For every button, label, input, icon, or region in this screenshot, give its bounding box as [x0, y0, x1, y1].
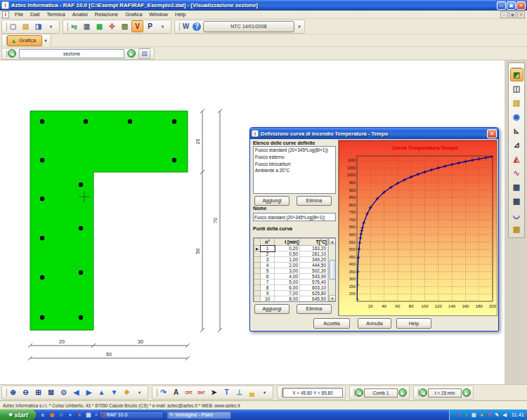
- row-selector-cell[interactable]: [254, 263, 261, 268]
- mdi-restore-button[interactable]: ▣: [509, 11, 516, 18]
- table-row[interactable]: 31,00349,20: [254, 257, 328, 263]
- table-row[interactable]: 64,00543,90: [254, 274, 328, 280]
- table-cell[interactable]: 502,30: [300, 268, 328, 274]
- view-next-button[interactable]: ▶: [127, 49, 136, 58]
- add-curve-button[interactable]: Aggiungi: [254, 196, 289, 206]
- delete-point-button[interactable]: Elimina: [297, 304, 332, 314]
- time-prev-button[interactable]: ◀: [419, 388, 427, 397]
- grid-icon[interactable]: ▩: [510, 195, 523, 208]
- table-row[interactable]: 75,00576,40: [254, 280, 328, 285]
- section-view-icon[interactable]: ◩: [510, 68, 523, 81]
- row-selector-cell[interactable]: [254, 251, 261, 257]
- menu-item[interactable]: Termica: [43, 11, 68, 18]
- table-cell[interactable]: 5: [261, 268, 275, 274]
- zoom-in-icon[interactable]: ⊕: [7, 387, 19, 399]
- table-cell[interactable]: 5,00: [275, 280, 300, 285]
- dialog-close-button[interactable]: ✕: [487, 129, 497, 138]
- row-selector-cell[interactable]: [254, 274, 261, 280]
- curve-list-item[interactable]: Fuoco standard (20+345*Log(8t+1)): [254, 147, 335, 154]
- table-scrollbar[interactable]: ▲ ▼: [328, 238, 336, 301]
- tray-volume-icon[interactable]: ◀: [502, 411, 508, 419]
- row-selector-cell[interactable]: ▶: [254, 246, 261, 251]
- table-cell[interactable]: 4: [261, 263, 275, 268]
- row-selector-cell[interactable]: [254, 285, 261, 291]
- table-cell[interactable]: 6: [261, 274, 275, 280]
- moment-diagram-icon[interactable]: ⊿: [510, 138, 523, 152]
- table-cell[interactable]: 543,90: [300, 274, 328, 280]
- table-cell[interactable]: 10: [261, 296, 275, 302]
- mdi-minimize-button[interactable]: –: [500, 11, 508, 18]
- verify-icon[interactable]: V: [131, 20, 143, 32]
- table-cell[interactable]: 8: [261, 285, 275, 291]
- table-cell[interactable]: 576,40: [300, 280, 328, 285]
- redo-icon[interactable]: ↷: [157, 387, 169, 399]
- delete-curve-button[interactable]: Elimina: [297, 196, 332, 206]
- table-row[interactable]: 20,50261,10: [254, 251, 328, 257]
- toolbar-overflow-icon[interactable]: ▾: [45, 20, 57, 32]
- view-prev-button[interactable]: ◀: [8, 49, 16, 58]
- table-cell[interactable]: 349,20: [300, 257, 328, 263]
- pan-left-icon[interactable]: ◀: [70, 387, 82, 399]
- units-icon[interactable]: kg: [68, 20, 80, 32]
- text-icon[interactable]: T: [221, 387, 233, 399]
- firefox-icon[interactable]: ●: [76, 411, 83, 419]
- interaction-domain-icon[interactable]: ◡: [510, 209, 523, 222]
- open-folder-icon[interactable]: ▤: [20, 20, 32, 32]
- select-arrow-icon[interactable]: ➤: [208, 387, 220, 399]
- window-layout-icon[interactable]: ▤: [138, 48, 150, 59]
- add-point-button[interactable]: Aggiungi: [254, 304, 289, 314]
- title-bar[interactable]: I Aztec Informatica - RAF 10.0 [C:\Esemp…: [0, 0, 527, 11]
- cancel-button[interactable]: Annulla: [358, 318, 391, 329]
- tray-icon-2[interactable]: ●: [463, 411, 469, 419]
- row-selector-cell[interactable]: [254, 268, 261, 274]
- zoom-out-icon[interactable]: ⊖: [20, 387, 32, 399]
- ie-icon[interactable]: e: [39, 411, 46, 419]
- tray-antivirus-icon[interactable]: K: [486, 411, 493, 419]
- maximize-button[interactable]: ▣: [507, 1, 516, 10]
- scroll-down-icon[interactable]: ▼: [329, 295, 337, 301]
- zoom-window-icon[interactable]: ⊞: [32, 387, 44, 399]
- materials-icon[interactable]: ▦: [93, 20, 105, 32]
- curve-list-item[interactable]: Fuoco esterno: [254, 154, 335, 161]
- curve-name-input[interactable]: Fuoco standard (20+345*Log(8t+1)): [253, 213, 336, 221]
- curve-list-item[interactable]: Ambiente a 20°C: [254, 167, 335, 174]
- toolbar-overflow-icon[interactable]: ▾: [157, 20, 169, 32]
- points-table[interactable]: n°t [min]T[°C]▶10,20163,2020,50261,1031,…: [254, 238, 328, 302]
- word-export-icon[interactable]: W: [180, 20, 192, 32]
- menu-item[interactable]: File: [11, 11, 27, 18]
- help-button[interactable]: Help: [396, 318, 431, 329]
- sphere-3d-icon[interactable]: ✣: [106, 20, 118, 32]
- stress-diagram-icon[interactable]: ◭: [510, 152, 523, 166]
- table-cell[interactable]: 7,00: [275, 291, 300, 296]
- table-cell[interactable]: 163,20: [300, 246, 328, 251]
- tray-icon-1[interactable]: ●: [455, 411, 462, 419]
- table-cell[interactable]: 2,00: [275, 263, 300, 268]
- table-cell[interactable]: 7: [261, 280, 275, 285]
- table-cell[interactable]: 8,00: [275, 296, 300, 302]
- toolbar-overflow-icon[interactable]: ▾: [259, 387, 271, 399]
- accept-button[interactable]: Accetta: [313, 318, 350, 329]
- toolbar-overflow-icon[interactable]: ▾: [43, 34, 48, 46]
- options-icon[interactable]: ▥: [81, 20, 93, 32]
- row-selector-cell[interactable]: [254, 257, 261, 263]
- cpz-icon[interactable]: CPZ: [183, 387, 195, 399]
- table-cell[interactable]: 1: [261, 246, 275, 251]
- table-row[interactable]: 42,00444,50: [254, 263, 328, 268]
- dialog-title-bar[interactable]: I Definizione curva di incendio Temperat…: [250, 128, 498, 139]
- pan-hand-icon[interactable]: ❖: [121, 387, 133, 399]
- thermal-map-icon[interactable]: ◫: [510, 82, 523, 96]
- layers-icon[interactable]: ▧: [510, 96, 523, 110]
- new-file-icon[interactable]: ▢: [7, 20, 19, 32]
- mdi-close-button[interactable]: ✕: [517, 11, 525, 18]
- axes-icon[interactable]: ⊥: [233, 387, 245, 399]
- table-cell[interactable]: 0,50: [275, 251, 300, 257]
- zoom-previous-icon[interactable]: ⊙: [58, 387, 70, 399]
- pan-up-icon[interactable]: ▲: [96, 387, 108, 399]
- curve-list-item[interactable]: Fuoco idrocarburi: [254, 161, 335, 168]
- menu-item[interactable]: Dati: [27, 11, 43, 18]
- row-selector-cell[interactable]: [254, 280, 261, 285]
- comb-next-button[interactable]: ▶: [398, 388, 407, 397]
- comb-prev-button[interactable]: ◀: [355, 388, 363, 397]
- dxf-export-icon[interactable]: DXF: [195, 387, 207, 399]
- label-icon[interactable]: A: [170, 387, 182, 399]
